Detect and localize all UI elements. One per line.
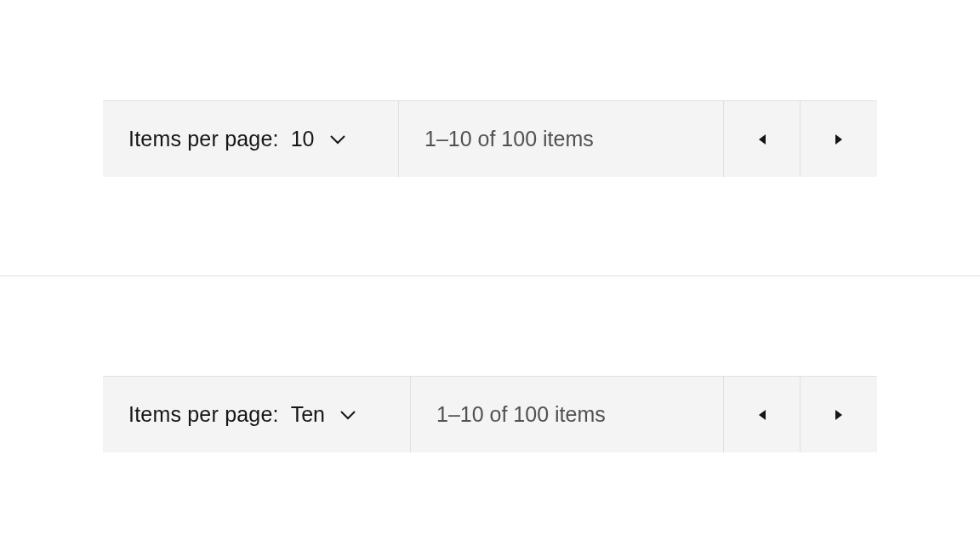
svg-marker-1 (835, 134, 842, 145)
svg-marker-0 (759, 134, 766, 145)
chevron-down-icon (330, 134, 345, 145)
next-page-button[interactable] (801, 101, 877, 177)
previous-page-button[interactable] (724, 377, 801, 452)
next-page-button[interactable] (801, 377, 877, 452)
items-range-segment: 1–10 of 100 items (411, 377, 724, 452)
caret-left-icon (757, 133, 767, 146)
items-per-page-segment: Items per page: Ten (103, 377, 411, 452)
chevron-down-icon (340, 410, 356, 420)
items-range-text: 1–10 of 100 items (436, 404, 606, 425)
section-divider (0, 276, 980, 276)
page-size-value: Ten (291, 404, 325, 425)
svg-marker-2 (759, 410, 766, 420)
caret-right-icon (834, 133, 844, 146)
page-size-value: 10 (291, 128, 315, 150)
page-size-select[interactable]: Ten (291, 377, 378, 452)
items-per-page-segment: Items per page: 10 (103, 101, 399, 177)
items-range-text: 1–10 of 100 items (424, 128, 594, 150)
items-per-page-label: Items per page: (128, 404, 279, 425)
items-per-page-label: Items per page: (128, 128, 279, 150)
svg-marker-3 (835, 410, 842, 420)
caret-left-icon (757, 408, 767, 422)
pagination-bar: Items per page: Ten 1–10 of 100 items (103, 376, 877, 452)
pagination-bar: Items per page: 10 1–10 of 100 items (103, 100, 877, 177)
items-range-segment: 1–10 of 100 items (399, 101, 724, 177)
page-size-select[interactable]: 10 (291, 101, 368, 177)
previous-page-button[interactable] (724, 101, 801, 177)
caret-right-icon (834, 408, 844, 422)
